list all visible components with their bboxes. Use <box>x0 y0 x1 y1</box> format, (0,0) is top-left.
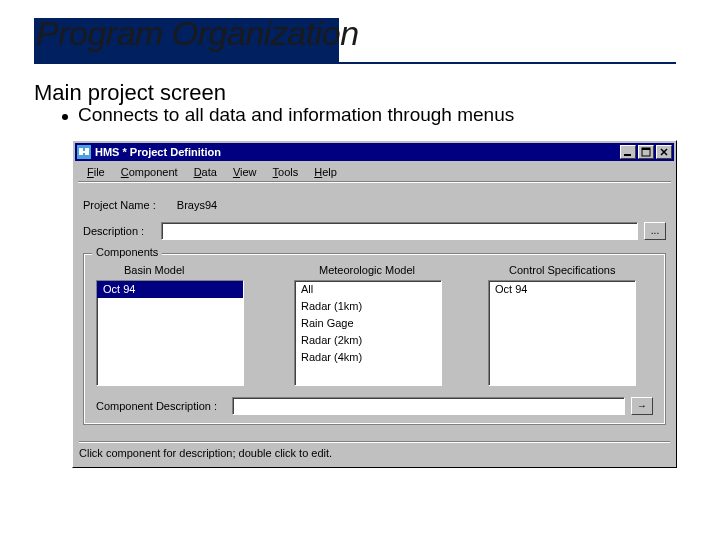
description-input[interactable] <box>161 222 638 240</box>
col-ctrl-label: Control Specifications <box>509 264 615 276</box>
basin-listbox[interactable]: Oct 94 <box>96 280 244 386</box>
bullet-dot <box>62 114 68 120</box>
component-description-label: Component Description : <box>96 400 232 412</box>
window-title: HMS * Project Definition <box>95 146 620 158</box>
list-item[interactable]: Radar (4km) <box>295 349 441 366</box>
menu-file[interactable]: File <box>79 165 113 179</box>
list-item[interactable]: Rain Gage <box>295 315 441 332</box>
menu-help[interactable]: Help <box>306 165 345 179</box>
list-item[interactable]: Radar (1km) <box>295 298 441 315</box>
list-item[interactable]: All <box>295 281 441 298</box>
project-name-value: Brays94 <box>177 199 217 211</box>
svg-rect-3 <box>81 151 87 153</box>
svg-rect-4 <box>624 154 631 156</box>
list-item[interactable]: Radar (2km) <box>295 332 441 349</box>
component-description-input[interactable] <box>232 397 625 415</box>
components-legend: Components <box>92 246 162 258</box>
list-item[interactable]: Oct 94 <box>97 281 243 298</box>
bullet-text: Connects to all data and information thr… <box>78 104 514 126</box>
minimize-button[interactable] <box>620 145 636 159</box>
maximize-button[interactable] <box>638 145 654 159</box>
titlebar[interactable]: HMS * Project Definition <box>75 143 674 161</box>
components-groupbox: Components Basin Model Meteorologic Mode… <box>83 253 666 425</box>
met-listbox[interactable]: All Radar (1km) Rain Gage Radar (2km) Ra… <box>294 280 442 386</box>
project-name-label: Project Name : <box>83 199 156 211</box>
list-item[interactable]: Oct 94 <box>489 281 635 298</box>
title-underline <box>34 62 676 64</box>
menu-separator <box>78 181 671 183</box>
app-icon <box>77 145 91 159</box>
description-label: Description : <box>83 225 161 237</box>
col-met-label: Meteorologic Model <box>319 264 415 276</box>
client-area: Project Name : Brays94 Description : ...… <box>79 187 670 461</box>
menu-component[interactable]: Component <box>113 165 186 179</box>
menu-view[interactable]: View <box>225 165 265 179</box>
slide-title: Program Organization <box>36 14 359 53</box>
window-frame: HMS * Project Definition File Component … <box>72 140 677 468</box>
menu-tools[interactable]: Tools <box>265 165 307 179</box>
ctrl-listbox[interactable]: Oct 94 <box>488 280 636 386</box>
svg-rect-6 <box>642 148 650 150</box>
status-separator <box>79 441 670 443</box>
go-button[interactable]: → <box>631 397 653 415</box>
hms-window: HMS * Project Definition File Component … <box>72 140 677 468</box>
description-browse-button[interactable]: ... <box>644 222 666 240</box>
col-basin-label: Basin Model <box>124 264 185 276</box>
close-button[interactable] <box>656 145 672 159</box>
menubar: File Component Data View Tools Help <box>75 163 674 181</box>
status-text: Click component for description; double … <box>79 447 332 459</box>
menu-data[interactable]: Data <box>186 165 225 179</box>
slide-heading: Main project screen <box>34 80 226 106</box>
